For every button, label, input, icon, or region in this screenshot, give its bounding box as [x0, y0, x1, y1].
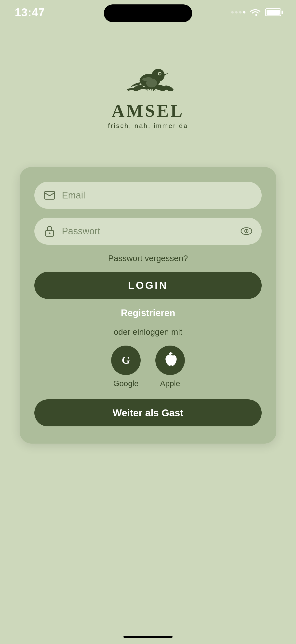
email-field-container: [34, 182, 262, 209]
google-label: Google: [113, 379, 138, 388]
svg-point-7: [146, 78, 157, 88]
apple-label: Apple: [160, 379, 180, 388]
email-icon: [43, 189, 56, 202]
svg-point-6: [159, 73, 161, 75]
google-login-button[interactable]: G Google: [111, 346, 141, 388]
wifi-icon: [249, 8, 262, 17]
app-title: AMSEL: [112, 101, 184, 121]
forgot-password-link[interactable]: Passwort vergessen?: [108, 254, 188, 263]
logo-area: AMSEL frisch, nah, immer da: [108, 49, 188, 130]
apple-icon-circle: [155, 346, 185, 375]
home-indicator: [123, 636, 173, 638]
status-time: 13:47: [15, 6, 45, 19]
status-icons: [231, 8, 281, 17]
guest-button[interactable]: Weiter als Gast: [34, 399, 262, 426]
login-button[interactable]: LOGIN: [34, 272, 262, 299]
dynamic-island: [104, 4, 192, 22]
svg-text:G: G: [122, 354, 130, 366]
login-card: Passwort vergessen? LOGIN Registrieren o…: [20, 167, 276, 444]
password-input[interactable]: [62, 226, 234, 236]
google-icon-circle: G: [111, 346, 141, 375]
lock-icon: [43, 225, 56, 238]
social-login-area: G Google Apple: [111, 346, 185, 388]
register-link[interactable]: Registrieren: [121, 308, 175, 318]
toggle-password-icon[interactable]: [240, 225, 253, 238]
bird-logo-icon: [114, 49, 182, 103]
svg-point-10: [49, 232, 50, 234]
app-tagline: frisch, nah, immer da: [108, 122, 188, 130]
apple-login-button[interactable]: Apple: [155, 346, 185, 388]
svg-point-13: [246, 230, 247, 232]
signal-icon: [231, 11, 246, 14]
or-label: oder einloggen mit: [114, 327, 182, 337]
battery-icon: [265, 8, 281, 16]
password-field-container: [34, 218, 262, 245]
email-input[interactable]: [62, 190, 253, 201]
status-bar: 13:47: [0, 0, 296, 24]
